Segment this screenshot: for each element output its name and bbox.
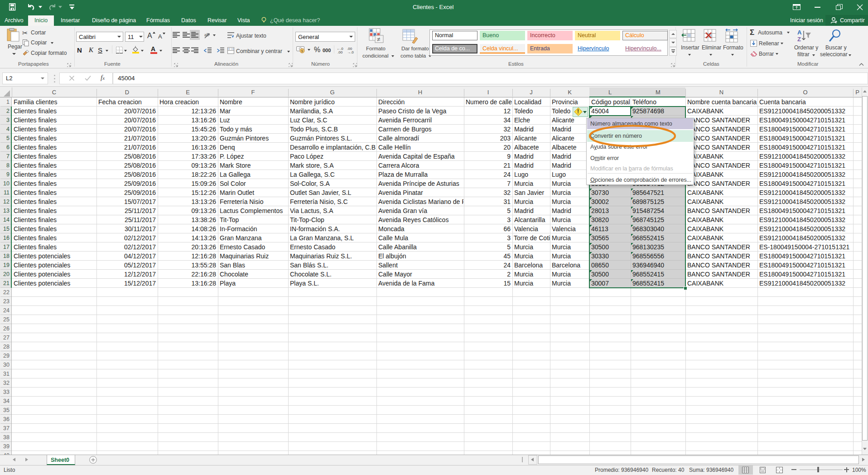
svg-text:Z: Z xyxy=(797,36,801,43)
svg-text:A: A xyxy=(797,29,802,36)
svg-text:→.0: →.0 xyxy=(347,50,354,54)
svg-text:.00: .00 xyxy=(338,50,343,54)
svg-text:≠: ≠ xyxy=(377,36,380,43)
svg-text:ab: ab xyxy=(204,33,209,37)
